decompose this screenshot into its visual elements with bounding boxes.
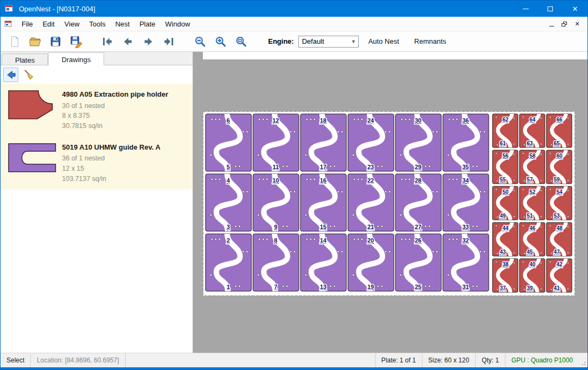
drawing-area: 30.7815 sq/in: [62, 121, 168, 131]
menu-file[interactable]: File: [17, 18, 38, 30]
nest-canvas[interactable]: 6512111817242330293635431091615222128273…: [193, 52, 587, 353]
svg-text:9: 9: [274, 224, 277, 230]
svg-text:55: 55: [500, 177, 506, 183]
list-item[interactable]: 4980 A05 Extraction pipe holder 30 of 1 …: [1, 84, 193, 137]
nav-next-button[interactable]: [140, 33, 157, 50]
nested-part-pair-red[interactable]: 5453: [546, 186, 572, 220]
svg-text:60: 60: [556, 153, 563, 159]
zoom-out-button[interactable]: [192, 33, 209, 50]
nested-part-pair-red[interactable]: 6463: [519, 114, 545, 147]
nested-part-pair-purple[interactable]: 3231: [443, 234, 489, 291]
tab-plates[interactable]: Plates: [2, 53, 48, 65]
mdi-close-icon: ✕: [575, 21, 579, 28]
nested-part-pair-red[interactable]: 4645: [519, 223, 545, 256]
minimize-button[interactable]: [513, 1, 538, 17]
menu-plate[interactable]: Plate: [134, 18, 160, 30]
auto-nest-button[interactable]: Auto Nest: [363, 35, 405, 48]
red-part-shape: [9, 91, 52, 119]
drawing-area: 103.7137 sq/in: [62, 174, 160, 184]
nested-part-pair-red[interactable]: 6665: [546, 114, 572, 147]
nested-part-pair-red[interactable]: 6261: [493, 114, 518, 147]
menu-nest[interactable]: Nest: [111, 18, 135, 30]
nested-part-pair-purple[interactable]: 2221: [348, 174, 394, 231]
menu-tools[interactable]: Tools: [84, 18, 110, 30]
svg-text:27: 27: [415, 224, 421, 230]
menu-edit[interactable]: Edit: [38, 18, 59, 30]
new-button[interactable]: [6, 33, 23, 50]
svg-text:43: 43: [500, 249, 506, 255]
svg-text:66: 66: [556, 117, 563, 123]
svg-text:53: 53: [553, 213, 560, 219]
nested-part-pair-red[interactable]: 4443: [493, 223, 518, 256]
nested-part-pair-purple[interactable]: 65: [206, 114, 251, 171]
nest-plate[interactable]: 6512111817242330293635431091615222128273…: [203, 111, 575, 296]
nested-part-pair-purple[interactable]: 3433: [443, 174, 489, 231]
nav-last-button[interactable]: [160, 33, 177, 50]
menubar: File Edit View Tools Nest Plate Window ✕: [1, 17, 587, 31]
close-button[interactable]: ✕: [563, 1, 587, 17]
blue-arrow-icon: [5, 69, 17, 80]
app-icon: [5, 4, 15, 13]
nested-part-pair-red[interactable]: 4241: [546, 259, 572, 292]
drawing-size: 8 x 8.375: [62, 111, 168, 121]
mdi-minimize-button[interactable]: [545, 18, 557, 29]
nested-part-pair-purple[interactable]: 109: [253, 174, 299, 231]
maximize-button[interactable]: [538, 1, 563, 17]
svg-text:13: 13: [320, 284, 326, 290]
svg-text:52: 52: [529, 189, 536, 195]
save-as-button[interactable]: [67, 33, 85, 50]
nested-part-pair-purple[interactable]: 2019: [348, 234, 394, 291]
nested-part-pair-red[interactable]: 5049: [493, 186, 518, 220]
nested-part-pair-purple[interactable]: 3635: [443, 114, 489, 171]
nested-part-pair-red[interactable]: 6059: [546, 150, 572, 184]
nested-part-pair-red[interactable]: 3837: [493, 259, 518, 292]
zoom-in-button[interactable]: [212, 33, 229, 50]
resize-grip[interactable]: [579, 353, 587, 367]
nested-part-pair-purple[interactable]: 2423: [348, 114, 394, 171]
svg-text:46: 46: [529, 225, 536, 231]
tab-drawings[interactable]: Drawings: [48, 52, 104, 65]
nested-part-pair-purple[interactable]: 1615: [300, 174, 346, 231]
nested-part-pair-red[interactable]: 5857: [519, 150, 545, 184]
svg-text:3: 3: [227, 224, 230, 230]
nested-part-pair-purple[interactable]: 43: [206, 174, 251, 231]
send-to-nest-button[interactable]: [3, 68, 18, 82]
svg-text:4: 4: [227, 177, 230, 184]
clear-button[interactable]: [21, 68, 36, 82]
svg-text:5: 5: [227, 164, 230, 170]
nested-part-pair-red[interactable]: 5655: [493, 150, 518, 184]
nested-part-pair-purple[interactable]: 21: [206, 234, 251, 291]
drawing-size: 12 x 15: [62, 164, 160, 174]
nav-last-icon: [163, 36, 174, 47]
mdi-close-button[interactable]: ✕: [571, 18, 583, 29]
status-gpu: GPU : Quadro P1000: [505, 353, 579, 367]
nested-part-pair-red[interactable]: 4039: [519, 259, 545, 292]
list-item[interactable]: 5019 A10 UHMW guide Rev. A 36 of 1 neste…: [1, 137, 193, 190]
menu-window[interactable]: Window: [160, 18, 195, 30]
nested-part-pair-red[interactable]: 5251: [519, 186, 545, 220]
mdi-minimize-icon: [549, 26, 554, 26]
save-button[interactable]: [47, 33, 64, 50]
open-button[interactable]: [26, 33, 44, 50]
engine-dropdown[interactable]: Default ▼: [298, 36, 359, 48]
nested-part-pair-purple[interactable]: 1817: [300, 114, 346, 171]
remnants-button[interactable]: Remnants: [409, 35, 452, 48]
nested-part-pair-purple[interactable]: 2827: [395, 174, 441, 231]
nested-part-pair-purple[interactable]: 87: [253, 234, 299, 291]
nested-part-pair-purple[interactable]: 2625: [395, 234, 441, 291]
nested-part-pair-purple[interactable]: 3029: [395, 114, 441, 171]
nav-first-button[interactable]: [99, 33, 116, 50]
mdi-restore-button[interactable]: [558, 18, 570, 29]
svg-text:61: 61: [500, 140, 506, 146]
zoom-fit-button[interactable]: [233, 33, 250, 50]
nested-part-pair-purple[interactable]: 1211: [253, 114, 299, 171]
engine-value: Default: [302, 37, 324, 45]
nested-part-pair-purple[interactable]: 1413: [300, 234, 346, 291]
drawing-nested-count: 30 of 1 nested: [62, 101, 168, 111]
window-bottom-border: [1, 367, 587, 369]
menu-view[interactable]: View: [59, 18, 84, 30]
svg-text:59: 59: [553, 177, 560, 183]
nav-previous-button[interactable]: [119, 33, 136, 50]
nested-part-pair-red[interactable]: 4847: [546, 223, 572, 256]
zoom-fit-icon: [235, 36, 247, 48]
